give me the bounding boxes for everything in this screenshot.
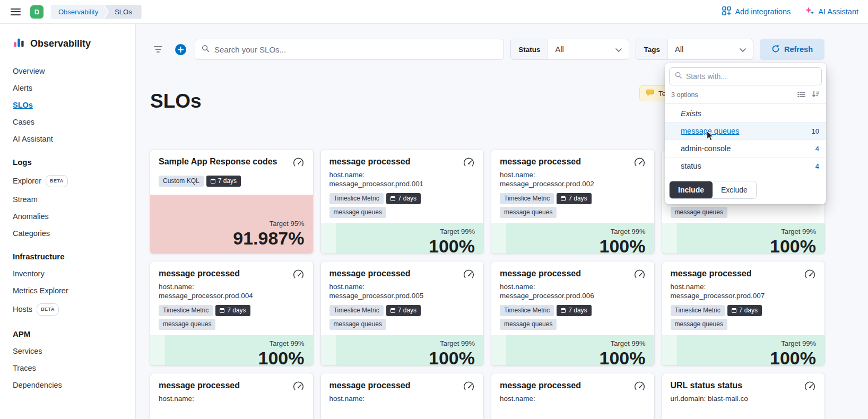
slo-card-title: message processed xyxy=(159,268,253,279)
sidebar-item-inventory[interactable]: Inventory xyxy=(13,269,123,278)
observability-logo-icon xyxy=(13,37,25,51)
calendar-icon xyxy=(561,308,566,313)
breadcrumb-slos[interactable]: SLOs xyxy=(104,5,142,19)
slo-card[interactable]: URL status status url.domain: blast-mail… xyxy=(662,373,825,419)
status-filter[interactable]: Status All xyxy=(510,39,629,60)
slo-card[interactable]: message processed host.name: message_pro… xyxy=(321,150,484,254)
tag-badge: message queues xyxy=(159,319,215,330)
gauge-icon xyxy=(463,380,475,403)
ai-assistant-link[interactable]: AI Assistant xyxy=(805,6,858,17)
slo-card-subtitle: url.domain: blast-mail.co xyxy=(671,394,748,403)
tag-option-count: 4 xyxy=(815,162,819,170)
space-avatar[interactable]: D xyxy=(30,5,44,19)
slo-card[interactable]: message processed host.name: xyxy=(150,373,313,419)
slo-card-subtitle: message_processor.prod.002 xyxy=(500,179,594,188)
sidebar-nav: Observability Overview Alerts SLOs Cases… xyxy=(0,24,136,419)
slo-card-subtitle: message_processor.prod.001 xyxy=(329,179,424,188)
popover-search-input[interactable] xyxy=(686,72,816,81)
gauge-icon xyxy=(292,380,305,403)
sidebar-item-cases[interactable]: Cases xyxy=(13,118,123,127)
tag-option-count: 4 xyxy=(815,145,819,153)
slo-card-chart: Target 99% 100% xyxy=(150,335,313,365)
include-button[interactable]: Include xyxy=(670,181,713,198)
gauge-icon xyxy=(292,268,305,300)
slo-card-chart: Target 99% 100% xyxy=(321,223,484,254)
exclude-button[interactable]: Exclude xyxy=(713,181,756,198)
slo-card-title: message processed xyxy=(500,380,581,391)
slo-target: Target 99% xyxy=(781,339,816,347)
sidebar-item-explorer[interactable]: ExplorerBETA xyxy=(13,175,123,187)
slo-card-chart: Target 99% 100% xyxy=(491,335,654,365)
tag-option-admin-console[interactable]: admin-console 4 xyxy=(665,139,826,157)
feedback-bubble-icon xyxy=(646,89,654,98)
sidebar-section-apm: APM xyxy=(13,329,123,338)
sidebar-item-slos[interactable]: SLOs xyxy=(13,101,123,110)
slo-card-subtitle: host.name: xyxy=(671,282,765,291)
slo-target: Target 99% xyxy=(270,339,305,347)
sidebar-section-logs: Logs xyxy=(13,158,123,167)
chevron-down-icon xyxy=(740,45,746,54)
create-slo-button[interactable] xyxy=(172,41,188,57)
slo-card-chart: Target 95% 91.987% xyxy=(150,195,313,254)
slo-card[interactable]: message processed host.name: message_pro… xyxy=(491,150,654,254)
slo-card-chart: Target 99% 100% xyxy=(662,335,825,365)
slo-card[interactable]: message processed host.name: xyxy=(321,373,484,419)
tag-badge: message queues xyxy=(500,207,557,218)
slo-card[interactable]: message processed host.name: message_pro… xyxy=(150,261,313,365)
include-exclude-toggle: Include Exclude xyxy=(669,181,757,199)
calendar-icon xyxy=(211,179,215,184)
breadcrumb-observability[interactable]: Observability xyxy=(51,5,108,19)
tag-badge: message queues xyxy=(671,207,727,218)
slo-card-chart: Target 99% 100% xyxy=(662,223,825,254)
time-window-badge: 7 days xyxy=(386,193,421,204)
menu-icon[interactable] xyxy=(11,8,21,15)
tag-option-status[interactable]: status 4 xyxy=(665,157,826,174)
calendar-icon xyxy=(220,308,224,313)
sidebar-item-overview[interactable]: Overview xyxy=(13,67,123,76)
tag-badge: message queues xyxy=(500,319,557,330)
sidebar-item-anomalies[interactable]: Anomalies xyxy=(13,212,123,221)
gauge-icon xyxy=(633,380,646,403)
time-window-badge: 7 days xyxy=(557,305,591,316)
slo-card[interactable]: message processed host.name: xyxy=(491,373,654,419)
slo-card[interactable]: Sample App Response codes Custom KQL7 da… xyxy=(150,150,313,254)
ai-assistant-icon xyxy=(805,6,814,17)
sidebar-item-stream[interactable]: Stream xyxy=(13,195,123,204)
add-integrations-link[interactable]: Add integrations xyxy=(722,6,791,17)
slo-value: 100% xyxy=(429,235,475,254)
slo-card-subtitle: message_processor.prod.005 xyxy=(329,291,424,300)
popover-meta-row: 3 options xyxy=(665,89,826,104)
sidebar-item-metrics-explorer[interactable]: Metrics Explorer xyxy=(13,286,123,295)
slo-card-subtitle: host.name: xyxy=(500,394,581,403)
sidebar-item-hosts[interactable]: HostsBETA xyxy=(13,303,123,316)
time-window-badge: 7 days xyxy=(557,193,591,204)
sidebar-item-traces[interactable]: Traces xyxy=(13,364,123,373)
tag-option-count: 10 xyxy=(812,127,819,135)
sidebar-item-categories[interactable]: Categories xyxy=(13,229,123,238)
slo-card-chart xyxy=(150,408,313,419)
sort-icon[interactable] xyxy=(812,91,820,99)
sidebar-item-services[interactable]: Services xyxy=(13,347,123,356)
sidebar-item-dependencies[interactable]: Dependencies xyxy=(13,381,123,390)
gauge-icon xyxy=(804,268,816,300)
slo-card[interactable]: message processed host.name: message_pro… xyxy=(491,261,654,365)
slo-card-subtitle: host.name: xyxy=(329,170,424,179)
sidebar-item-ai-assistant[interactable]: AI Assistant xyxy=(13,135,123,144)
tags-filter[interactable]: Tags All xyxy=(636,39,753,60)
metric-type-badge: Timeslice Metric xyxy=(500,193,554,204)
calendar-icon xyxy=(732,308,736,313)
filter-icon[interactable] xyxy=(150,41,166,57)
slo-search-input[interactable] xyxy=(214,45,497,54)
tag-option-message-queues[interactable]: message queues 10 xyxy=(665,122,826,139)
slo-value: 100% xyxy=(770,347,816,365)
slo-card[interactable]: message processed host.name: message_pro… xyxy=(321,261,484,365)
calendar-icon xyxy=(390,196,395,201)
sidebar-item-alerts[interactable]: Alerts xyxy=(13,84,123,93)
time-window-badge: 7 days xyxy=(727,305,762,316)
refresh-button[interactable]: Refresh xyxy=(760,39,824,60)
list-view-icon[interactable] xyxy=(797,91,805,99)
options-count: 3 options xyxy=(671,91,698,99)
tag-badge: message queues xyxy=(671,319,727,330)
search-icon xyxy=(675,72,682,81)
slo-card[interactable]: message processed host.name: message_pro… xyxy=(662,261,825,365)
